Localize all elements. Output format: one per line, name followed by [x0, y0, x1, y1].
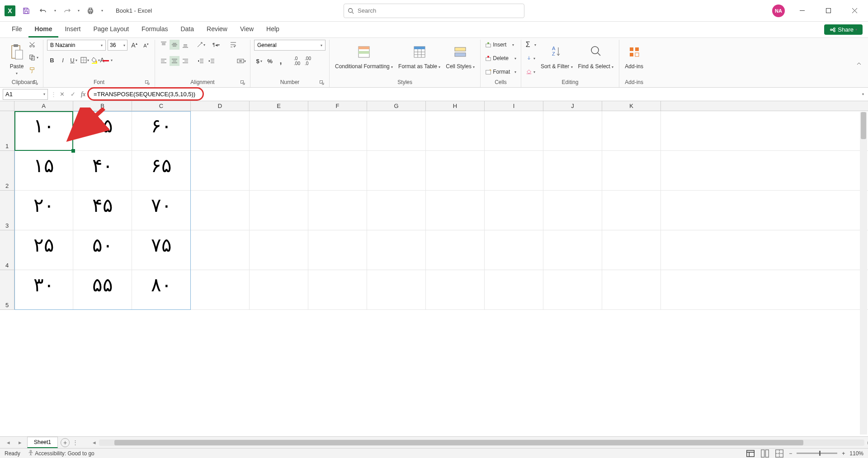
tab-view[interactable]: View	[234, 22, 260, 37]
save-icon[interactable]	[20, 5, 33, 17]
col-header-E[interactable]: E	[250, 101, 308, 111]
cell-B3[interactable]: ۴۵	[73, 191, 132, 230]
sort-filter-button[interactable]: AZ Sort & Filter ▾	[539, 40, 575, 70]
fx-icon[interactable]: fx	[81, 91, 85, 98]
increase-decimal-button[interactable]: .0.00	[292, 56, 302, 66]
cell-C4[interactable]: ٧۵	[132, 230, 191, 270]
col-header-F[interactable]: F	[308, 101, 367, 111]
tab-page-layout[interactable]: Page Layout	[87, 22, 135, 37]
italic-button[interactable]: I	[58, 55, 68, 65]
underline-button[interactable]: U▾	[69, 55, 79, 65]
row-header-5[interactable]: 5	[0, 270, 14, 310]
tab-data[interactable]: Data	[174, 22, 200, 37]
increase-font-button[interactable]: A▴	[129, 40, 139, 50]
share-button[interactable]: Share ▾	[824, 24, 863, 35]
fill-color-button[interactable]: ▾	[90, 55, 100, 65]
autosum-button[interactable]: Σ ▾	[525, 40, 537, 50]
decrease-decimal-button[interactable]: .00.0	[303, 56, 313, 66]
print-icon[interactable]	[84, 5, 97, 17]
tab-file[interactable]: File	[5, 22, 28, 37]
increase-indent-button[interactable]	[207, 56, 217, 66]
rtl-button[interactable]: ¶◂▾	[211, 40, 221, 50]
cancel-formula-button[interactable]: ✕	[57, 89, 67, 100]
cell-A3[interactable]: ٢٠	[14, 191, 73, 230]
copy-button[interactable]: ▾	[28, 52, 39, 62]
cell-B4[interactable]: ۵٠	[73, 230, 132, 270]
number-launcher-icon[interactable]	[319, 80, 325, 85]
view-normal-button[interactable]	[745, 449, 755, 458]
undo-icon[interactable]	[37, 5, 50, 17]
select-all-corner[interactable]	[0, 101, 14, 111]
col-header-K[interactable]: K	[602, 101, 661, 111]
expand-formula-bar-button[interactable]: ▾	[858, 92, 868, 96]
zoom-slider-handle[interactable]	[819, 451, 821, 456]
cell-B2[interactable]: ۴٠	[73, 151, 132, 190]
tab-formulas[interactable]: Formulas	[135, 22, 174, 37]
col-header-J[interactable]: J	[543, 101, 602, 111]
font-name-select[interactable]: B Nazanin▾	[47, 40, 106, 51]
row-header-4[interactable]: 4	[0, 230, 14, 270]
bold-button[interactable]: B	[47, 55, 57, 65]
view-page-layout-button[interactable]	[760, 449, 770, 458]
close-button[interactable]	[845, 4, 863, 18]
tab-review[interactable]: Review	[200, 22, 234, 37]
sheet-tab-sheet1[interactable]: Sheet1	[27, 437, 58, 448]
accounting-button[interactable]: $▾	[254, 56, 264, 66]
row-header-3[interactable]: 3	[0, 191, 14, 230]
cell-B1[interactable]: ٣۵	[73, 111, 132, 150]
tab-insert[interactable]: Insert	[58, 22, 87, 37]
zoom-slider[interactable]	[797, 453, 837, 454]
col-header-C[interactable]: C	[132, 101, 191, 111]
view-page-break-button[interactable]	[774, 449, 784, 458]
cell-A5[interactable]: ٣٠	[14, 270, 73, 309]
align-right-button[interactable]	[180, 56, 190, 66]
align-center-button[interactable]	[170, 56, 179, 66]
borders-button[interactable]: ▾	[80, 55, 90, 65]
clear-button[interactable]: ▾	[525, 67, 537, 77]
cell-C1[interactable]: ۶٠	[132, 111, 191, 150]
vertical-scrollbar-thumb[interactable]	[861, 112, 866, 139]
sheet-nav-next[interactable]: ▸	[15, 439, 24, 446]
cell-A2[interactable]: ١۵	[14, 151, 73, 190]
sheet-nav-prev[interactable]: ◂	[4, 439, 13, 446]
add-sheet-button[interactable]: +	[61, 438, 70, 447]
col-header-A[interactable]: A	[14, 101, 73, 111]
alignment-launcher-icon[interactable]	[240, 80, 245, 85]
user-avatar[interactable]: NA	[772, 5, 785, 17]
redo-dropdown-icon[interactable]: ▾	[78, 9, 80, 13]
number-format-select[interactable]: General▾	[254, 40, 326, 51]
find-select-button[interactable]: Find & Select ▾	[576, 40, 616, 70]
cell-D1[interactable]	[191, 111, 250, 150]
tab-help[interactable]: Help	[260, 22, 286, 37]
name-box[interactable]: A1▾	[3, 89, 48, 100]
fill-button[interactable]: ▾	[525, 53, 537, 63]
delete-cells-button[interactable]: Delete ▾	[484, 53, 517, 63]
zoom-out-button[interactable]: −	[789, 450, 792, 457]
undo-dropdown-icon[interactable]: ▾	[54, 9, 56, 13]
qat-customize-icon[interactable]: ▾	[101, 9, 103, 13]
col-header-B[interactable]: B	[73, 101, 132, 111]
collapse-ribbon-button[interactable]	[854, 40, 864, 87]
format-painter-button[interactable]	[28, 65, 39, 75]
comma-button[interactable]: ,	[276, 56, 286, 66]
addins-button[interactable]: Add-ins	[623, 40, 645, 70]
row-header-2[interactable]: 2	[0, 151, 14, 191]
vertical-scrollbar[interactable]	[860, 112, 867, 435]
enter-formula-button[interactable]: ✓	[67, 89, 78, 100]
search-input[interactable]	[358, 7, 520, 14]
format-cells-button[interactable]: Format ▾	[484, 67, 517, 77]
paste-button[interactable]: Paste▾	[7, 40, 26, 77]
font-size-select[interactable]: 36▾	[108, 40, 127, 51]
row-header-1[interactable]: 1	[0, 111, 14, 151]
decrease-font-button[interactable]: A▾	[141, 40, 151, 50]
format-as-table-button[interactable]: Format as Table ▾	[396, 40, 442, 70]
col-header-G[interactable]: G	[367, 101, 426, 111]
clipboard-launcher-icon[interactable]	[33, 80, 38, 85]
cell-styles-button[interactable]: Cell Styles ▾	[444, 40, 476, 70]
tab-home[interactable]: Home	[28, 22, 59, 37]
col-header-I[interactable]: I	[485, 101, 543, 111]
align-bottom-button[interactable]	[180, 40, 190, 50]
insert-cells-button[interactable]: Insert ▾	[484, 40, 517, 50]
col-header-D[interactable]: D	[191, 101, 250, 111]
cell-B5[interactable]: ۵۵	[73, 270, 132, 309]
